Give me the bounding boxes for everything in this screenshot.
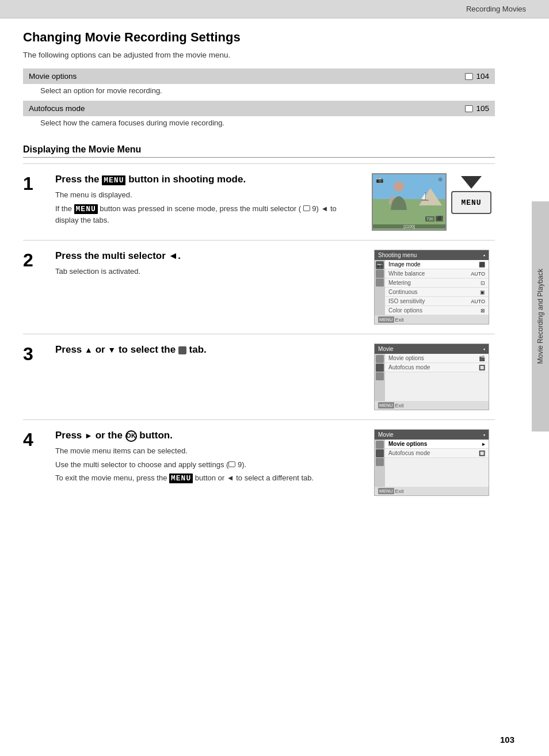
tab-icon-camera3 — [376, 441, 384, 449]
movie-tab-icons-column — [375, 354, 385, 401]
tab-icons-column: 📷 — [375, 260, 385, 315]
option-label-1: Movie options 104 — [23, 68, 495, 84]
step-2-title: Press the multi selector ◄. — [55, 250, 357, 262]
movie-active-empty-space — [385, 458, 489, 487]
movie-menu-item-af: Autofocus mode 🔲 — [385, 363, 489, 372]
step-4-desc3: To exit the movie menu, press the MENU b… — [55, 472, 357, 484]
movie-active-item-options: Movie options ▸ — [385, 440, 489, 449]
tab-icon-movie2 — [376, 364, 384, 372]
options-table: Movie options 104 Select an option for m… — [23, 68, 495, 133]
page-number: 103 — [500, 735, 514, 744]
tab-icon-movie — [376, 270, 384, 278]
shooting-menu-screen: Shooting menu ▪ 📷 Image mode ⬛ — [374, 250, 489, 324]
menu-item-image-mode: Image mode ⬛ — [385, 260, 489, 269]
step-2-image: Shooting menu ▪ 📷 Image mode ⬛ — [368, 250, 495, 324]
step-4-number: 4 — [23, 429, 44, 449]
movie-menu-with-tabs: Movie options 🎬 Autofocus mode 🔲 — [375, 354, 489, 401]
header-title: Recording Movies — [466, 5, 526, 13]
step-1-content: Press the MENU button in shooting mode. … — [55, 173, 357, 228]
menu-items-list: Image mode ⬛ White balance AUTO Metering… — [385, 260, 489, 315]
menu-footer: MENU Exit — [375, 315, 489, 324]
table-row: Select how the camera focuses during mov… — [23, 116, 495, 133]
step-3-image: Movie ▪ Movie options 🎬 — [368, 343, 495, 410]
step-3-content: Press ▲ or ▼ to select the tab. — [55, 343, 357, 360]
page-title: Changing Movie Recording Settings — [23, 30, 495, 45]
steps-container: 1 Press the MENU button in shooting mode… — [23, 163, 495, 505]
menu-button: MENU — [451, 191, 491, 214]
step-1-image: 📷 ⊛ — [368, 173, 495, 231]
menu-item-iso: ISO sensitivity AUTO — [385, 297, 489, 306]
step-3-number: 3 — [23, 343, 44, 363]
page-subtitle: The following options can be adjusted fr… — [23, 51, 495, 59]
movie-menu-items: Movie options 🎬 Autofocus mode 🔲 — [385, 354, 489, 401]
step-2-desc: Tab selection is activated. — [55, 266, 357, 277]
right-sidebar: Movie Recording and Playback — [532, 201, 549, 432]
tab-icon-settings3 — [376, 458, 384, 466]
tab-icon-camera: 📷 — [376, 261, 384, 269]
tab-icon-camera2 — [376, 355, 384, 363]
option-desc-1: Select an option for movie recording. — [23, 84, 495, 101]
tab-icon-settings2 — [376, 372, 384, 380]
movie-menu-active-title-bar: Movie ▪ — [375, 430, 489, 440]
step-3-title: Press ▲ or ▼ to select the tab. — [55, 343, 357, 356]
step-4-desc2: Use the multi selector to choose and app… — [55, 459, 357, 471]
svg-point-0 — [394, 181, 404, 192]
menu-item-metering: Metering ⊡ — [385, 278, 489, 288]
movie-menu-screen-inactive: Movie ▪ Movie options 🎬 — [374, 343, 489, 410]
menu-item-color-options: Color options ⊠ — [385, 306, 489, 315]
movie-menu-title-bar: Movie ▪ — [375, 344, 489, 354]
menu-with-tabs: 📷 Image mode ⬛ White balance AUTO — [375, 260, 489, 315]
step-2-row: 2 Press the multi selector ◄. Tab select… — [23, 240, 495, 334]
movie-menu-item-options: Movie options 🎬 — [385, 354, 489, 363]
movie-menu-active-tabs: Movie options ▸ Autofocus mode 🔲 — [375, 440, 489, 487]
step-1-desc2: If the MENU button was pressed in scene … — [55, 203, 357, 226]
movie-active-item-af: Autofocus mode 🔲 — [385, 449, 489, 458]
movie-menu-empty-space — [385, 372, 489, 401]
table-row: Movie options 104 — [23, 68, 495, 84]
sidebar-text: Movie Recording and Playback — [536, 269, 544, 364]
table-row: Select an option for movie recording. — [23, 84, 495, 101]
menu-item-white-balance: White balance AUTO — [385, 269, 489, 278]
step-1-title: Press the MENU button in shooting mode. — [55, 173, 357, 186]
tab-icon-settings — [376, 278, 384, 287]
step-2-content: Press the multi selector ◄. Tab selectio… — [55, 250, 357, 280]
main-content: Changing Movie Recording Settings The fo… — [0, 18, 518, 528]
page-ref-1: 104 — [465, 72, 489, 81]
menu-button-illustration: MENU — [451, 173, 491, 214]
section-heading: Displaying the Movie Menu — [23, 144, 495, 158]
menu-item-continuous: Continuous ▣ — [385, 288, 489, 297]
movie-active-menu-items: Movie options ▸ Autofocus mode 🔲 — [385, 440, 489, 487]
header-bar: Recording Movies — [0, 0, 549, 18]
option-label-2: Autofocus mode 105 — [23, 101, 495, 116]
movie-menu-footer: MENU Exit — [375, 401, 489, 410]
menu-title-bar: Shooting menu ▪ — [375, 250, 489, 260]
step-1-number: 1 — [23, 173, 44, 193]
arrow-down-icon — [461, 176, 482, 189]
step-4-content: Press ► or the OK button. The movie menu… — [55, 429, 357, 487]
tab-icon-movie3 — [376, 449, 384, 457]
step-4-title: Press ► or the OK button. — [55, 429, 357, 442]
step-3-row: 3 Press ▲ or ▼ to select the tab. Movie … — [23, 334, 495, 419]
svg-marker-3 — [421, 193, 425, 199]
step-4-image: Movie ▪ Movie options ▸ — [368, 429, 495, 496]
step-1-desc1: The menu is displayed. — [55, 189, 357, 201]
movie-menu-screen-active: Movie ▪ Movie options ▸ — [374, 429, 489, 496]
option-desc-2: Select how the camera focuses during mov… — [23, 116, 495, 133]
page-ref-2: 105 — [465, 104, 489, 113]
movie-active-footer: MENU Exit — [375, 487, 489, 495]
step-1-row: 1 Press the MENU button in shooting mode… — [23, 163, 495, 240]
table-row: Autofocus mode 105 — [23, 101, 495, 116]
step-2-number: 2 — [23, 250, 44, 269]
step-4-desc1: The movie menu items can be selected. — [55, 445, 357, 457]
step-4-row: 4 Press ► or the OK button. The movie me… — [23, 419, 495, 505]
movie-active-tab-icons — [375, 440, 385, 487]
camera-screen: 📷 ⊛ — [372, 173, 447, 231]
